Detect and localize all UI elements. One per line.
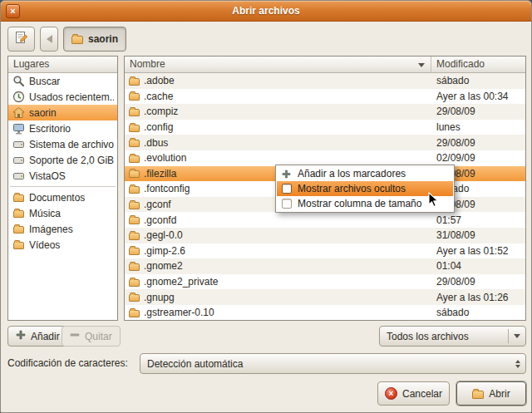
file-name: .gimp-2.6 — [144, 245, 185, 257]
file-name: .gconf — [144, 199, 171, 210]
plus-icon — [16, 330, 26, 342]
type-filename-button[interactable] — [7, 27, 35, 52]
place-item-recent[interactable]: Usados recientem... — [8, 89, 117, 105]
updown-arrows-icon — [515, 360, 520, 368]
menu-item-label: Añadir a los marcadores — [298, 168, 406, 179]
file-modified: lunes — [431, 121, 525, 133]
folder-icon — [71, 36, 83, 44]
file-row[interactable]: .adobesábado — [125, 73, 525, 89]
menu-item-label: Mostrar columna de tamaño — [298, 198, 421, 209]
folder-icon — [129, 294, 140, 302]
file-row[interactable]: .cacheAyer a las 00:34 — [125, 89, 525, 105]
file-modified: Ayer a las 00:34 — [431, 91, 525, 102]
file-row[interactable]: .gnome2_private29/08/09 — [125, 274, 525, 290]
open-folder-icon — [472, 391, 484, 399]
place-item-media[interactable]: Soporte de 2,0 GiB — [8, 152, 117, 168]
place-label: Música — [29, 208, 61, 219]
remove-bookmark-button[interactable]: Quitar — [62, 326, 121, 347]
place-item-home[interactable]: saorin — [8, 105, 117, 120]
file-row[interactable]: .gegl-0.031/08/09 — [125, 228, 525, 243]
file-row[interactable]: .gconfd01:57 — [125, 212, 525, 228]
file-name: .adobe — [144, 75, 175, 86]
combo-divider — [508, 329, 509, 343]
file-modified: 31/08/09 — [431, 229, 525, 241]
file-name: .gegl-0.0 — [144, 229, 183, 241]
folder-icon — [129, 233, 140, 240]
open-button[interactable]: Abrir — [456, 381, 526, 406]
edit-location-icon — [14, 31, 28, 47]
place-item-videos[interactable]: Vídeos — [8, 237, 117, 253]
folder-icon — [129, 155, 140, 163]
window-title: Abrir archivos — [232, 5, 299, 17]
place-item-vistaos[interactable]: VistaOS — [8, 168, 117, 184]
place-label: Buscar — [29, 76, 60, 87]
file-row[interactable]: .gnupgAyer a las 01:26 — [125, 289, 525, 305]
file-name: .filezilla — [144, 168, 176, 179]
add-bookmark-button[interactable]: Añadir — [7, 326, 68, 347]
file-modified: 29/08/09 — [431, 137, 525, 149]
folder-icon — [129, 93, 140, 101]
mouse-cursor — [428, 192, 439, 210]
path-scroll-left-button[interactable] — [40, 27, 58, 52]
file-filter-combobox[interactable]: Todos los archivos — [379, 326, 526, 347]
places-header[interactable]: Lugares — [8, 57, 117, 73]
encoding-combobox[interactable]: Detección automática — [140, 353, 526, 374]
folder-icon — [12, 223, 25, 236]
file-row[interactable]: .gnome201:04 — [125, 258, 525, 274]
place-label: Escritorio — [29, 123, 71, 135]
place-item-documents[interactable]: Documentos — [8, 189, 117, 205]
file-row[interactable]: .configlunes — [125, 120, 525, 135]
folder-icon — [12, 238, 25, 252]
desktop-icon — [12, 122, 25, 135]
place-item-pictures[interactable]: Imágenes — [8, 221, 117, 237]
open-label: Abrir — [489, 388, 510, 400]
drive-icon — [12, 154, 25, 167]
place-item-search[interactable]: Buscar — [8, 73, 117, 89]
path-button-home[interactable]: saorin — [63, 27, 126, 52]
sort-descending-icon — [418, 63, 425, 67]
column-header-name[interactable]: Nombre — [125, 57, 431, 73]
place-item-desktop[interactable]: Escritorio — [8, 120, 117, 136]
file-name: .gconfd — [144, 214, 176, 226]
checkbox-icon — [281, 199, 292, 209]
drive-icon — [12, 170, 25, 183]
recent-icon — [12, 91, 25, 104]
file-modified: Ayer a las 01:52 — [431, 245, 525, 257]
file-row[interactable]: .compiz29/08/09 — [125, 104, 525, 120]
home-icon — [12, 106, 25, 120]
file-name: .fontconfig — [144, 183, 190, 194]
arrow-left-icon — [47, 35, 52, 43]
place-label: Documentos — [29, 192, 85, 204]
encoding-label: Codificación de caracteres: — [7, 357, 128, 369]
file-row[interactable]: .evolution02/09/09 — [125, 150, 525, 166]
chevron-down-icon — [514, 334, 520, 338]
column-header-modified[interactable]: Modificado — [431, 57, 525, 73]
open-files-dialog: × Abrir archivos saorin Lugares Buscar U… — [0, 0, 532, 413]
plus-icon — [281, 170, 292, 179]
file-modified: 01:57 — [431, 214, 525, 226]
place-label: Vídeos — [29, 239, 60, 251]
menu-item-show-hidden[interactable]: Mostrar archivos ocultos — [277, 181, 453, 196]
place-item-filesystem[interactable]: Sistema de archivos — [8, 136, 117, 152]
folder-icon — [129, 140, 140, 147]
place-label: Imágenes — [29, 224, 73, 235]
folder-icon — [129, 310, 140, 317]
file-modified: Ayer a las 01:26 — [431, 292, 525, 303]
menu-item-add-bookmark[interactable]: Añadir a los marcadores — [277, 166, 453, 181]
place-label: Sistema de archivos — [29, 139, 114, 150]
place-label: VistaOS — [29, 170, 66, 182]
place-item-music[interactable]: Música — [8, 205, 117, 221]
path-button-label: saorin — [88, 33, 118, 45]
add-bookmark-label: Añadir — [31, 331, 60, 342]
file-row[interactable]: .dbus29/08/09 — [125, 135, 525, 150]
close-button[interactable]: × — [6, 4, 20, 18]
cancel-button[interactable]: × Cancelar — [377, 381, 450, 406]
menu-item-show-size-column[interactable]: Mostrar columna de tamaño — [277, 196, 453, 211]
folder-icon — [129, 248, 140, 255]
folder-icon — [129, 217, 140, 224]
file-row[interactable]: .gstreamer-0.10sábado — [125, 305, 525, 321]
cancel-label: Cancelar — [402, 388, 442, 400]
file-row[interactable]: .gimp-2.6Ayer a las 01:52 — [125, 243, 525, 259]
search-icon — [12, 75, 25, 88]
titlebar[interactable]: × Abrir archivos — [1, 1, 531, 22]
